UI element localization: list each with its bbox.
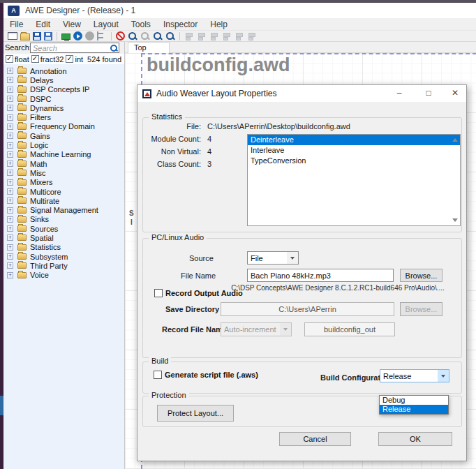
tree-item-frequency-domain[interactable]: +Frequency Domain (3, 122, 124, 131)
tree-item-logic[interactable]: +Logic (3, 140, 124, 149)
maximize-icon[interactable]: □ (418, 86, 439, 100)
expand-icon[interactable]: + (7, 272, 13, 278)
tree-item-delays[interactable]: +Delays (3, 75, 124, 84)
browse-file-button[interactable]: Browse... (400, 269, 442, 282)
module-class-item[interactable]: TypeConversion (248, 156, 460, 166)
tree-item-dynamics[interactable]: +Dynamics (3, 103, 124, 112)
search-icon[interactable] (110, 44, 119, 53)
tree-item-sources[interactable]: +Sources (3, 224, 124, 233)
expand-icon[interactable]: + (7, 133, 13, 139)
record-output-audio-checkbox[interactable]: Record Output Audio (154, 289, 243, 297)
expand-icon[interactable]: + (7, 151, 13, 158)
expand-icon[interactable]: + (7, 161, 13, 167)
menu-item-edit[interactable]: Edit (29, 20, 57, 29)
expand-icon[interactable]: + (7, 68, 13, 74)
tree-item-misc[interactable]: +Misc (3, 168, 124, 177)
menu-item-tools[interactable]: Tools (125, 20, 157, 29)
expand-icon[interactable]: + (7, 105, 13, 111)
tree-item-statistics[interactable]: +Statistics (3, 243, 124, 252)
stop-audio-icon[interactable] (85, 31, 94, 40)
distribute-horizontal-icon[interactable] (235, 31, 244, 40)
dropdown-option-debug[interactable]: Debug (380, 396, 448, 405)
module-class-item[interactable]: Interleave (248, 145, 460, 156)
chevron-down-icon[interactable] (438, 370, 449, 382)
build-configuration-select[interactable]: Release (380, 369, 449, 382)
menu-item-file[interactable]: File (3, 20, 29, 29)
align-top-icon[interactable] (209, 31, 219, 40)
menu-item-view[interactable]: View (57, 20, 87, 29)
tab-top[interactable]: Top (128, 42, 170, 53)
protect-layout-button[interactable]: Protect Layout... (157, 405, 234, 422)
expand-icon[interactable]: + (7, 124, 13, 130)
source-select[interactable]: File (247, 251, 299, 265)
open-file-icon[interactable] (20, 34, 30, 40)
scroll-up-icon[interactable] (452, 138, 458, 142)
zoom-fit-icon[interactable] (165, 31, 175, 40)
menu-item-layout[interactable]: Layout (87, 20, 125, 29)
play-audio-icon[interactable] (73, 31, 82, 40)
checkbox-box[interactable] (154, 371, 162, 379)
tree-item-subsystem[interactable]: +Subsystem (3, 252, 124, 261)
expand-icon[interactable]: + (7, 234, 13, 241)
checkbox-box[interactable] (31, 55, 39, 63)
checkbox-box[interactable] (6, 55, 13, 63)
align-left-icon[interactable] (184, 31, 194, 40)
chevron-down-icon[interactable] (287, 252, 298, 264)
filter-checkbox-fract32[interactable]: fract32 (31, 55, 64, 64)
expand-icon[interactable]: + (7, 216, 13, 223)
tree-item-gains[interactable]: +Gains (3, 131, 124, 140)
tree-item-dsp-concepts-ip[interactable]: +DSP Concepts IP (3, 85, 124, 94)
expand-icon[interactable]: + (7, 142, 13, 149)
hardware-config-icon[interactable] (61, 34, 70, 40)
dropdown-option-release[interactable]: Release (380, 405, 448, 414)
filter-checkbox-int[interactable]: int (66, 55, 83, 64)
profile-icon[interactable] (97, 31, 107, 40)
tree-item-filters[interactable]: +Filters (3, 112, 124, 121)
record-mode-select[interactable]: Auto-increment (221, 322, 292, 336)
save-icon[interactable] (33, 32, 41, 40)
align-right-icon[interactable] (197, 31, 207, 40)
zoom-out-icon[interactable] (153, 31, 163, 40)
expand-icon[interactable]: + (7, 114, 13, 121)
menu-item-inspector[interactable]: Inspector (157, 20, 204, 29)
ok-button[interactable]: OK (378, 432, 452, 446)
tree-item-third-party[interactable]: +Third Party (3, 261, 124, 270)
expand-icon[interactable]: + (7, 225, 13, 232)
filter-checkbox-float[interactable]: float (6, 55, 29, 64)
dialog-title-bar[interactable]: Audio Weaver Layout Properties – □ ✕ (137, 85, 466, 102)
search-input[interactable] (30, 43, 119, 53)
expand-icon[interactable]: + (7, 87, 13, 93)
menu-item-help[interactable]: Help (204, 20, 234, 29)
expand-icon[interactable]: + (7, 77, 13, 83)
checkbox-box[interactable] (66, 55, 73, 63)
save-directory-field[interactable]: C:\Users\APerrin (221, 302, 394, 316)
minimize-icon[interactable]: – (389, 86, 410, 100)
file-name-input[interactable]: Bach Piano 48kHz.mp3 (247, 269, 394, 282)
distribute-vertical-icon[interactable] (247, 31, 257, 40)
module-class-list[interactable]: DeinterleaveInterleaveTypeConversion (247, 134, 461, 226)
tree-item-sinks[interactable]: +Sinks (3, 215, 124, 224)
zoom-in-icon[interactable] (128, 31, 137, 40)
tree-item-voice[interactable]: +Voice (3, 271, 124, 280)
expand-icon[interactable]: + (7, 198, 13, 204)
expand-icon[interactable]: + (7, 170, 13, 176)
expand-icon[interactable]: + (7, 262, 13, 269)
expand-icon[interactable]: + (7, 244, 13, 251)
new-layout-icon[interactable] (8, 32, 17, 40)
expand-icon[interactable]: + (7, 96, 13, 102)
tree-item-spatial[interactable]: +Spatial (3, 233, 124, 242)
expand-icon[interactable]: + (7, 253, 13, 260)
close-icon[interactable]: ✕ (445, 86, 466, 100)
cancel-button[interactable]: Cancel (279, 432, 351, 446)
tree-item-multicore[interactable]: +Multicore (3, 187, 124, 196)
expand-icon[interactable]: + (7, 207, 13, 214)
tree-item-math[interactable]: +Math (3, 159, 124, 168)
zoom-selection-icon[interactable] (140, 31, 150, 40)
save-as-icon[interactable] (44, 32, 52, 40)
record-file-name-field[interactable]: buildconfig_out (304, 322, 395, 336)
scroll-down-icon[interactable] (452, 218, 458, 222)
tree-item-machine-learning[interactable]: +Machine Learning (3, 150, 124, 159)
expand-icon[interactable]: + (7, 188, 13, 195)
expand-icon[interactable]: + (7, 179, 13, 186)
browse-directory-button[interactable]: Browse... (400, 302, 442, 316)
